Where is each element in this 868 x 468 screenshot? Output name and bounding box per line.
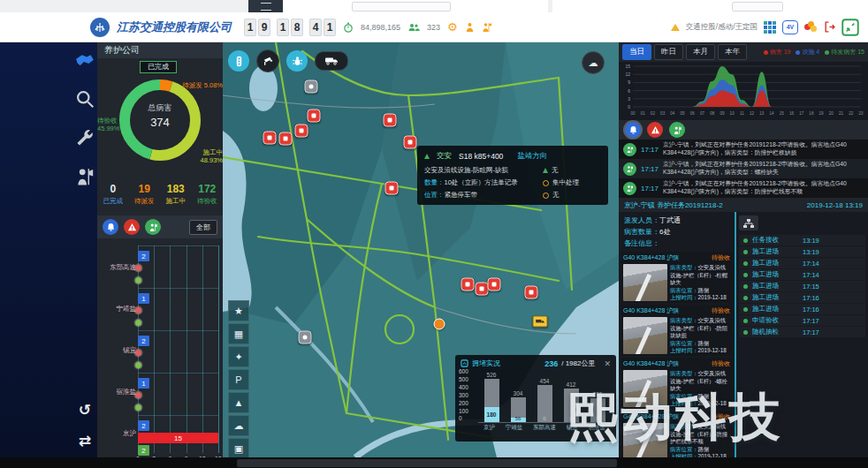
- event-item[interactable]: 17:17京沪-宁镇，刘斌正在对养护任务20191218-2申请验收。病害地点G…: [619, 178, 868, 198]
- defect-marker[interactable]: [525, 286, 538, 299]
- palette-icon[interactable]: [804, 21, 818, 33]
- defect-photo[interactable]: [623, 317, 667, 354]
- sidebar-item-construction[interactable]: [74, 166, 95, 187]
- congestion-bar-东部高速[interactable]: 4540: [537, 385, 552, 422]
- bar-待派发[interactable]: 2: [138, 420, 149, 431]
- org-tree-icon[interactable]: [739, 215, 758, 230]
- bar-待派发[interactable]: 2: [138, 251, 149, 261]
- worker-icon[interactable]: [669, 122, 685, 138]
- congestion-bar-锡宜[interactable]: 4120: [564, 389, 579, 422]
- defect-photo[interactable]: [623, 423, 667, 460]
- defect-card[interactable]: G40 K384+428 沪陕待验收病害类型：交安及沿线设施-护栏（E杆）-防撞…: [621, 411, 733, 462]
- flag-value: 集中处理: [552, 178, 579, 187]
- defect-marker[interactable]: [404, 136, 417, 149]
- 4v-icon[interactable]: 4V: [782, 20, 798, 34]
- bug-button[interactable]: [286, 50, 308, 72]
- defect-marker[interactable]: [263, 132, 277, 145]
- info-value: 6处: [659, 227, 670, 238]
- defect-card[interactable]: G40 K384+428 沪陕待验收病害类型：交安及沿线设施-护栏（E杆）-螺栓…: [621, 358, 733, 409]
- switch-icon[interactable]: ⇄: [79, 432, 91, 450]
- map-tool-service-area[interactable]: ▦: [228, 323, 249, 344]
- worker-icon[interactable]: [465, 22, 475, 33]
- event-item[interactable]: 17:17京沪-宁镇，刘斌正在对养护任务20191218-2申请验收。病害地点G…: [619, 159, 868, 178]
- map-tool-roadwork[interactable]: ▲: [228, 392, 249, 413]
- task-title[interactable]: 京沪-宁镇 养护任务20191218-2: [624, 200, 723, 210]
- map-tool-parking[interactable]: P: [228, 369, 249, 390]
- map[interactable]: ☁ ★▦✦P▲☁▣≡ 交安 S18 k85+400 盐靖方向 交安及沿线设施-防…: [223, 42, 619, 457]
- qty-value: 10处（立距）方法单记录: [445, 178, 518, 186]
- close-icon[interactable]: ✕: [604, 359, 611, 368]
- map-tool-favorite[interactable]: ★: [228, 300, 249, 321]
- defect-marker[interactable]: [384, 114, 397, 127]
- vehicle-marker[interactable]: [533, 316, 548, 328]
- defect-marker[interactable]: [488, 278, 501, 291]
- marker-glyph: [388, 118, 392, 123]
- bar-待派发[interactable]: 2: [138, 336, 149, 346]
- alert-icon[interactable]: [124, 219, 140, 235]
- timeline-row[interactable]: 施工进场13:19: [739, 246, 865, 257]
- congestion-bar-京沪[interactable]: 526180: [484, 379, 499, 422]
- all-filter-button[interactable]: 全部: [189, 220, 217, 235]
- logout-icon[interactable]: [824, 21, 835, 33]
- tab-昨日[interactable]: 昨日: [654, 44, 683, 60]
- defect-photo[interactable]: [623, 370, 667, 407]
- defect-marker[interactable]: [295, 125, 308, 138]
- facility-marker[interactable]: [299, 331, 312, 344]
- svg-text:20: 20: [829, 111, 834, 116]
- sidebar-item-maintenance[interactable]: [74, 127, 95, 148]
- tab-本月[interactable]: 本月: [686, 44, 715, 60]
- defect-marker[interactable]: [308, 109, 321, 123]
- bar-待验收[interactable]: 2: [138, 445, 149, 456]
- timeline-row[interactable]: 施工进场17:14: [739, 269, 865, 280]
- gear-icon[interactable]: ⚙: [447, 20, 458, 34]
- defect-card[interactable]: G40 K384+428 沪陕待验收病害类型：交安及沿线设施-护栏（E杆）-防阻…: [621, 305, 733, 356]
- truck-toggle[interactable]: [315, 51, 348, 71]
- defect-marker[interactable]: [385, 182, 399, 195]
- timeline-row[interactable]: 任务接收13:19: [739, 235, 865, 245]
- camera-button[interactable]: [256, 49, 279, 72]
- menu-icon[interactable]: [248, 0, 283, 12]
- facility-marker[interactable]: [305, 80, 318, 94]
- map-tool-toll-station[interactable]: ✦: [228, 346, 249, 367]
- triangle-icon: [543, 168, 548, 173]
- traffic-light-button[interactable]: [228, 50, 249, 72]
- defect-marker[interactable]: [279, 132, 293, 146]
- timeline-row[interactable]: 随机抽检17:17: [739, 327, 865, 337]
- shrink-icon[interactable]: [841, 19, 859, 36]
- bar-施工中[interactable]: 15: [138, 433, 218, 443]
- tab-当日[interactable]: 当日: [622, 44, 651, 60]
- task-info: 派发人员：丁武通病害数量：6处备注信息：: [619, 212, 735, 251]
- cone-marker[interactable]: [434, 319, 445, 330]
- info-row: 派发人员：丁武通: [624, 215, 729, 227]
- flip-clock: 19 18 41: [244, 19, 336, 36]
- worker-icon[interactable]: [145, 219, 161, 235]
- bar-待派发[interactable]: 1: [138, 378, 149, 389]
- defect-marker[interactable]: [461, 278, 475, 291]
- alarm-icon[interactable]: [103, 219, 118, 235]
- event-item[interactable]: 17:17京沪-宁镇，刘斌正在对养护任务20191218-2申请验收。病害地点G…: [619, 140, 868, 159]
- stat-待验收: 172待验收: [192, 180, 224, 215]
- congestion-bar-宿淮盐[interactable]: 2860: [590, 398, 605, 422]
- alarm-icon[interactable]: [625, 122, 641, 138]
- map-tool-weather[interactable]: ☁: [228, 415, 249, 436]
- timeline-row[interactable]: 施工进场17:16: [739, 292, 865, 303]
- undo-icon[interactable]: ↺: [79, 401, 91, 419]
- congestion-bar-宁靖盐[interactable]: 30456: [511, 397, 526, 422]
- defect-card[interactable]: G40 K384+428 沪陕待验收病害类型：交安及沿线设施-护栏（E杆）-柱帽…: [621, 252, 733, 303]
- tab-本年[interactable]: 本年: [718, 44, 747, 60]
- sidebar-item-road-network[interactable]: [74, 49, 95, 71]
- defect-photo[interactable]: [623, 264, 667, 301]
- grid-apps-icon[interactable]: [764, 21, 776, 34]
- timeline-row[interactable]: 施工进场17:16: [739, 304, 865, 314]
- history-cloud-button[interactable]: ☁: [582, 51, 605, 74]
- sidebar-item-patrol-search[interactable]: [74, 88, 95, 109]
- timeline-row[interactable]: 申请验收17:17: [739, 315, 865, 326]
- alert-icon[interactable]: [647, 122, 663, 138]
- map-tool-snapshot[interactable]: ▣: [228, 438, 249, 457]
- flagger-icon[interactable]: [482, 22, 492, 33]
- bar-待派发[interactable]: 1: [138, 293, 149, 304]
- defect-marker[interactable]: [476, 283, 489, 296]
- timeline-row[interactable]: 施工进场17:15: [739, 281, 865, 291]
- user-breadcrumb[interactable]: 交通控股/感动/王定国: [686, 22, 758, 33]
- timeline-row[interactable]: 施工进场17:14: [739, 258, 865, 268]
